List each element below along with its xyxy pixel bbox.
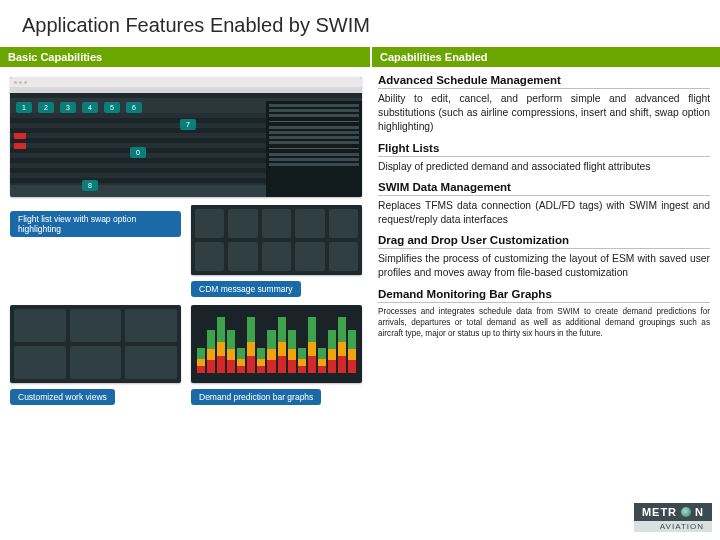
- page-title: Application Features Enabled by SWIM: [0, 0, 720, 47]
- table-header: Basic Capabilities Capabilities Enabled: [0, 47, 720, 67]
- screenshot-cdm: [191, 205, 362, 275]
- globe-icon: [681, 507, 691, 517]
- capability-body: Display of predicted demand and associat…: [378, 160, 710, 174]
- header-capabilities-enabled: Capabilities Enabled: [372, 47, 720, 67]
- brand-subtext: AVIATION: [634, 521, 712, 532]
- capability-item: Drag and Drop User Customization Simplif…: [378, 231, 710, 280]
- caption-flight-list: Flight list view with swap option highli…: [10, 211, 181, 237]
- screenshot-demand-bar: [191, 305, 362, 383]
- capability-heading: Demand Monitoring Bar Graphs: [378, 285, 710, 303]
- capability-heading: Drag and Drop User Customization: [378, 231, 710, 249]
- capability-body: Replaces TFMS data connection (ADL/FD ta…: [378, 199, 710, 227]
- badge-6: 6: [126, 102, 142, 113]
- capability-item: SWIM Data Management Replaces TFMS data …: [378, 178, 710, 227]
- caption-cdm: CDM message summary: [191, 281, 301, 297]
- basic-capabilities-column: 1 2 3 4 5 6 7 0 8 Flight list: [0, 67, 372, 411]
- brand-text: METR: [642, 506, 677, 518]
- badge-5: 5: [104, 102, 120, 113]
- caption-work-views: Customized work views: [10, 389, 115, 405]
- capability-item: Demand Monitoring Bar Graphs Processes a…: [378, 285, 710, 339]
- capability-item: Flight Lists Display of predicted demand…: [378, 139, 710, 174]
- badge-0: 0: [130, 147, 146, 158]
- badge-8: 8: [82, 180, 98, 191]
- badge-2: 2: [38, 102, 54, 113]
- screenshot-flight-list: 1 2 3 4 5 6 7 0 8: [10, 77, 362, 197]
- caption-demand-bar: Demand prediction bar graphs: [191, 389, 321, 405]
- brand-logo: METR N AVIATION: [634, 503, 712, 532]
- badge-4: 4: [82, 102, 98, 113]
- badge-7: 7: [180, 119, 196, 130]
- capability-body: Processes and integrates schedule data f…: [378, 306, 710, 339]
- capability-heading: Advanced Schedule Management: [378, 71, 710, 89]
- badge-1: 1: [16, 102, 32, 113]
- capability-heading: Flight Lists: [378, 139, 710, 157]
- capability-item: Advanced Schedule Management Ability to …: [378, 71, 710, 135]
- capability-heading: SWIM Data Management: [378, 178, 710, 196]
- capability-body: Ability to edit, cancel, and perform sim…: [378, 92, 710, 135]
- header-basic-capabilities: Basic Capabilities: [0, 47, 372, 67]
- capabilities-enabled-column: Advanced Schedule Management Ability to …: [372, 67, 720, 411]
- badge-3: 3: [60, 102, 76, 113]
- capability-body: Simplifies the process of customizing th…: [378, 252, 710, 280]
- screenshot-work-views: [10, 305, 181, 383]
